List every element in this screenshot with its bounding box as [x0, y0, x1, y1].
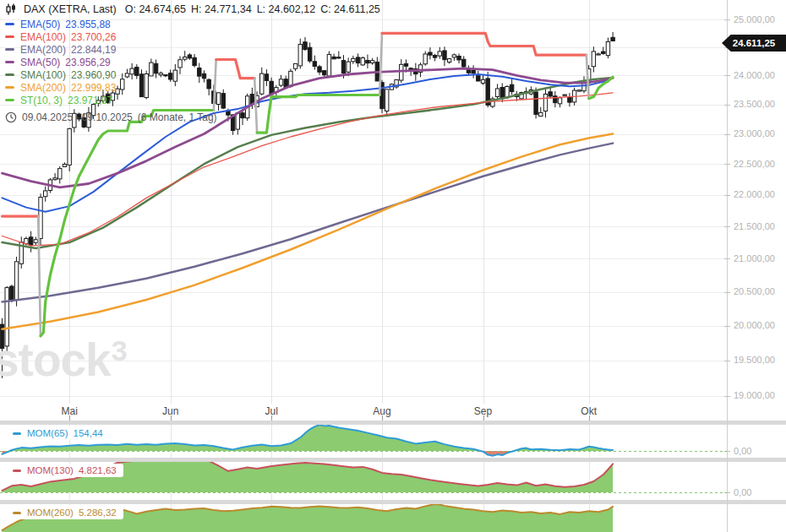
x-axis-label-sep: Sep	[474, 405, 492, 417]
panel-legend-value: 5.286,32	[79, 508, 117, 518]
legend-item-sma50[interactable]: SMA(50)23.956,29	[5, 56, 116, 68]
legend-value: 23.956,29	[65, 57, 110, 68]
y-axis-label: 24.000,00	[734, 70, 786, 80]
y-axis-label: 19.500,00	[734, 355, 786, 365]
period-range: 09.04.2025 - 09.10.2025	[22, 111, 133, 123]
legend-swatch	[5, 73, 14, 77]
symbol-title[interactable]: DAX (XETRA, Last)	[24, 3, 117, 15]
legend-swatch	[13, 512, 21, 514]
legend-item-st103[interactable]: ST(10, 3)23.971,97	[5, 94, 116, 106]
panel-legend-mom130[interactable]: MOM(130)4.821,63	[7, 464, 123, 477]
stock3-watermark-logo: stock3	[0, 336, 127, 383]
panel-legend-value: 4.821,63	[79, 465, 117, 475]
ohlc-stat: C: 24.611,25	[320, 3, 380, 15]
ohlc-stat: H: 24.771,34	[191, 3, 252, 15]
legend-item-ema50[interactable]: EMA(50)23.955,88	[5, 18, 116, 30]
y-axis-label: 21.500,00	[734, 221, 786, 231]
indicator-legend: EMA(50)23.955,88EMA(100)23.700,26EMA(200…	[5, 18, 116, 106]
legend-swatch	[5, 99, 14, 102]
legend-item-sma100[interactable]: SMA(100)23.960,90	[5, 68, 116, 81]
y-axis-label: 21.000,00	[734, 253, 786, 263]
legend-swatch	[5, 86, 14, 90]
legend-value: 23.700,26	[71, 31, 116, 43]
legend-value: 23.955,88	[65, 19, 110, 30]
panel-legend-mom260[interactable]: MOM(260)5.286,32	[7, 506, 123, 519]
y-axis-label: 23.000,00	[734, 128, 786, 138]
legend-swatch	[13, 432, 21, 435]
legend-swatch	[5, 23, 14, 26]
x-axis-label-mai: Mai	[61, 405, 77, 417]
watermark-text: stock	[0, 334, 111, 386]
ohlc-stat: L: 24.602,12	[257, 3, 316, 15]
panel-legend-value: 154,44	[74, 428, 103, 438]
legend-swatch	[5, 48, 14, 52]
ohlc-stat: O: 24.674,65	[125, 3, 186, 15]
legend-label: EMA(50)	[20, 19, 60, 30]
legend-label: SMA(200)	[20, 82, 66, 94]
x-axis-label-aug: Aug	[373, 405, 390, 417]
last-price-tag: 24.611,25	[722, 35, 786, 52]
legend-value: 22.999,83	[71, 82, 116, 94]
legend-item-ema200[interactable]: EMA(200)22.844,19	[5, 43, 116, 56]
x-axis-label-jul: Jul	[265, 405, 277, 417]
chart-canvas[interactable]	[0, 0, 786, 532]
y-axis-label: 19.000,00	[734, 390, 786, 400]
period-detail: (6 Monate, 1 Tag)	[138, 111, 217, 123]
legend-swatch	[5, 35, 14, 39]
legend-label: EMA(200)	[20, 44, 66, 56]
y-axis-label: 20.500,00	[734, 286, 786, 296]
y-axis-label: 22.500,00	[734, 159, 786, 169]
legend-swatch	[5, 61, 14, 64]
legend-item-ema100[interactable]: EMA(100)23.700,26	[5, 30, 116, 43]
candlestick-icon	[5, 3, 17, 15]
x-axis-label-okt: Okt	[581, 405, 597, 417]
legend-label: SMA(100)	[20, 69, 66, 81]
panel-zero-label: 0,00	[734, 487, 751, 497]
title-row: DAX (XETRA, Last) O: 24.674,65H: 24.771,…	[5, 3, 384, 15]
legend-value: 23.960,90	[71, 69, 116, 81]
chart-window: DAX (XETRA, Last) O: 24.674,65H: 24.771,…	[0, 0, 786, 532]
y-axis-label: 23.500,00	[734, 99, 786, 109]
legend-swatch	[13, 470, 21, 472]
panel-legend-mom65[interactable]: MOM(65)154,44	[7, 426, 110, 440]
panel-zero-label: 0,00	[734, 446, 751, 456]
ohlc-stats: O: 24.674,65H: 24.771,34L: 24.602,12C: 2…	[123, 3, 384, 15]
legend-value: 23.971,97	[68, 95, 112, 106]
watermark-sup: 3	[112, 334, 127, 366]
ema200-line	[3, 144, 614, 302]
period-row[interactable]: 09.04.2025 - 09.10.2025 (6 Monate, 1 Tag…	[5, 111, 217, 123]
legend-label: EMA(100)	[20, 31, 66, 43]
x-axis-label-jun: Jun	[162, 405, 178, 417]
clock-icon	[5, 111, 17, 123]
legend-label: ST(10, 3)	[20, 95, 63, 106]
legend-item-sma200[interactable]: SMA(200)22.999,83	[5, 81, 116, 94]
y-axis-label: 20.000,00	[734, 320, 786, 330]
y-axis-label: 25.000,00	[734, 14, 786, 24]
legend-value: 22.844,19	[71, 44, 116, 56]
panel-legend-label: MOM(65)	[27, 428, 68, 438]
legend-label: SMA(50)	[20, 57, 60, 68]
panel-legend-label: MOM(130)	[27, 465, 74, 475]
panel-legend-label: MOM(260)	[27, 508, 74, 518]
y-axis-label: 22.000,00	[734, 189, 786, 199]
